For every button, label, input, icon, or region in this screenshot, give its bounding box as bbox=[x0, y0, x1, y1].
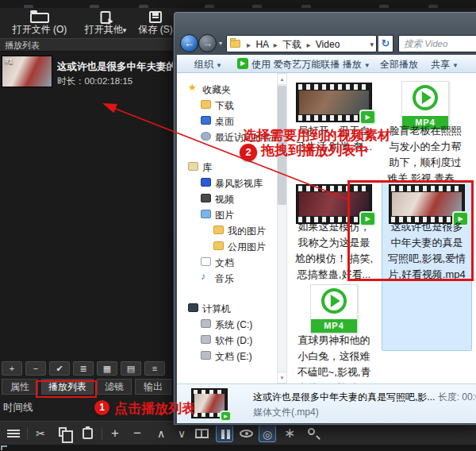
tab-output[interactable]: 输出 bbox=[135, 379, 171, 395]
breadcrumb-ha[interactable]: HA bbox=[255, 39, 268, 50]
separator bbox=[102, 427, 102, 440]
public-pictures-folder-icon bbox=[213, 241, 224, 250]
details-file-type: 媒体文件(.mp4) bbox=[253, 406, 319, 419]
media-play-badge-icon: ▶ bbox=[220, 411, 232, 422]
play-with-label: 使用 爱奇艺万能联播 播放 bbox=[251, 59, 362, 70]
menu-icon[interactable] bbox=[5, 425, 22, 442]
annotation-box-selected-file bbox=[347, 180, 474, 281]
track-button[interactable] bbox=[194, 425, 211, 442]
folder-icon bbox=[230, 40, 240, 48]
details-file-name: 这或许也是很多中年夫妻的真是写照吧,影... bbox=[253, 391, 435, 403]
star-icon: ★ bbox=[188, 83, 198, 92]
move-up-button[interactable]: ∧ bbox=[152, 425, 170, 442]
playlist-panel-header: 播放列表 bbox=[0, 38, 173, 52]
editor-top-strip bbox=[0, 0, 476, 8]
play-all-button[interactable]: 全部播放 bbox=[380, 58, 418, 71]
annotation-box-playlist-tab bbox=[36, 380, 97, 398]
crumb-separator-icon: ▸ bbox=[304, 40, 313, 49]
open-file-label: 打开文件 (O) bbox=[3, 23, 76, 37]
drive-icon bbox=[201, 319, 211, 328]
preview-button[interactable] bbox=[238, 425, 255, 442]
history-caret-icon[interactable]: ▾ bbox=[219, 40, 222, 47]
refresh-button[interactable]: ↻ bbox=[378, 35, 393, 52]
share-menu[interactable]: 共享▼ bbox=[431, 58, 459, 71]
file-thumbnail-mp4[interactable]: MP4 bbox=[310, 284, 358, 333]
play-triangle-icon bbox=[331, 295, 340, 307]
playlist-panel bbox=[0, 52, 173, 361]
playlist-item-title: 这或许也是很多中年夫妻的真是写照吧,影视,爱情片,好看视频.mp4 bbox=[57, 60, 173, 73]
zoom-out-button[interactable]: − bbox=[129, 425, 146, 442]
breadcrumb-video[interactable]: Video bbox=[316, 39, 340, 50]
open-folder-icon bbox=[30, 13, 49, 23]
download-folder-icon bbox=[201, 100, 211, 109]
zoom-in-button[interactable]: + bbox=[106, 425, 124, 442]
share-label: 共享 bbox=[431, 59, 450, 70]
scroll-up-icon[interactable]: ▲ bbox=[278, 74, 286, 85]
file-thumbnail-filmstrip[interactable]: ▶ bbox=[296, 83, 372, 122]
crumb-separator-icon: ▸ bbox=[271, 40, 280, 49]
playlist-item[interactable]: #1 这或许也是很多中年夫妻的真是写照吧,影视,爱情片,好看视频.mp4 时长：… bbox=[0, 54, 173, 91]
dropdown-icon: ▼ bbox=[213, 62, 222, 69]
back-button[interactable]: ← bbox=[180, 34, 198, 52]
desktop-icon bbox=[201, 116, 211, 125]
open-file-button[interactable]: 打开文件 (O) bbox=[3, 8, 76, 38]
tab-properties[interactable]: 属性 bbox=[2, 379, 38, 395]
list-view-button[interactable]: ≣ bbox=[73, 361, 94, 376]
videos-icon bbox=[201, 194, 211, 202]
dropdown-icon: ▼ bbox=[450, 62, 459, 69]
record-toggle[interactable]: ◎ bbox=[259, 425, 276, 442]
playlist-mini-toolbar: + − ✔ ≣ ▦ ▤ ≡ bbox=[0, 361, 173, 377]
address-dropdown-icon[interactable]: ▾ bbox=[370, 40, 374, 48]
tab-filters[interactable]: 滤镜 bbox=[97, 379, 132, 395]
details-thumbnail: ▶ bbox=[191, 388, 228, 418]
scroll-down-icon[interactable]: ▼ bbox=[278, 372, 286, 383]
sidebar-scrollbar[interactable]: ▲ ▼ bbox=[277, 73, 287, 384]
open-other-label: 打开其他 bbox=[85, 24, 123, 35]
move-down-button[interactable]: ∨ bbox=[173, 425, 190, 442]
dropdown-icon: ▼ bbox=[362, 62, 370, 69]
save-button[interactable]: 保存 (S) bbox=[135, 8, 176, 38]
video-frame bbox=[194, 394, 225, 413]
floppy-save-icon bbox=[149, 11, 162, 23]
hamburger-icon bbox=[7, 430, 20, 431]
timeline-area[interactable] bbox=[0, 445, 476, 451]
detail-view-button[interactable]: ▤ bbox=[121, 361, 141, 376]
explorer-command-bar: 组织▼ ▶ 使用 爱奇艺万能联播 播放▼ 全部播放 共享▼ bbox=[177, 55, 476, 73]
paste-button[interactable] bbox=[79, 425, 97, 442]
file-caption[interactable]: 直球男神和他的 小白兔，这很难 不磕吧~,影视,青 春片,好看视频... bbox=[288, 333, 380, 384]
annotation-step2-badge: 2 bbox=[240, 144, 257, 161]
search-box[interactable]: 搜索 Video bbox=[398, 35, 476, 52]
forward-button[interactable]: → bbox=[198, 34, 217, 52]
effects-button[interactable]: ∗ bbox=[281, 425, 298, 442]
timeline-corner-marker bbox=[1, 445, 7, 450]
breadcrumb-downloads[interactable]: 下载 bbox=[282, 39, 301, 50]
copy-button[interactable] bbox=[56, 425, 73, 442]
open-other-button[interactable]: 打开其他▾ bbox=[79, 8, 132, 38]
video-frame bbox=[299, 91, 369, 114]
more-button[interactable]: ≡ bbox=[144, 361, 165, 376]
mp4-label: MP4 bbox=[311, 319, 357, 333]
play-triangle-icon bbox=[422, 91, 432, 104]
play-with-menu[interactable]: 使用 爱奇艺万能联播 播放▼ bbox=[251, 58, 370, 71]
cut-button[interactable]: ✂ bbox=[32, 425, 49, 442]
file-caption[interactable]: 脸盲老板在熙熙 与发小的全力帮 助下，顺利度过 难关,影视,青春... bbox=[379, 123, 471, 187]
grid-view-button[interactable]: ▦ bbox=[97, 361, 117, 376]
my-pictures-folder-icon bbox=[213, 226, 224, 234]
annotation-step1-badge: 1 bbox=[94, 400, 109, 415]
explorer-nav-row: ← → ▾ ▸ HA ▸ 下载 ▸ Video ▾ ↻ 搜索 Video bbox=[174, 33, 476, 55]
zoom-tool-button[interactable] bbox=[305, 425, 322, 442]
music-note-icon: ♪ bbox=[201, 272, 211, 281]
copy-icon bbox=[59, 427, 67, 437]
caret-down-icon: ▾ bbox=[123, 26, 127, 34]
address-bar[interactable]: ▸ HA ▸ 下载 ▸ Video ▾ bbox=[226, 35, 377, 52]
organize-menu[interactable]: 组织▼ bbox=[194, 58, 222, 71]
drive-icon bbox=[201, 335, 211, 344]
storm-library-icon bbox=[201, 178, 211, 187]
playlist-item-index: #1 bbox=[5, 57, 13, 65]
search-placeholder: 搜索 Video bbox=[404, 38, 447, 50]
check-button[interactable]: ✔ bbox=[49, 361, 70, 376]
library-icon bbox=[188, 162, 198, 171]
pause-toggle[interactable] bbox=[216, 425, 233, 442]
add-button[interactable]: + bbox=[2, 361, 22, 376]
remove-button[interactable]: − bbox=[25, 361, 46, 376]
